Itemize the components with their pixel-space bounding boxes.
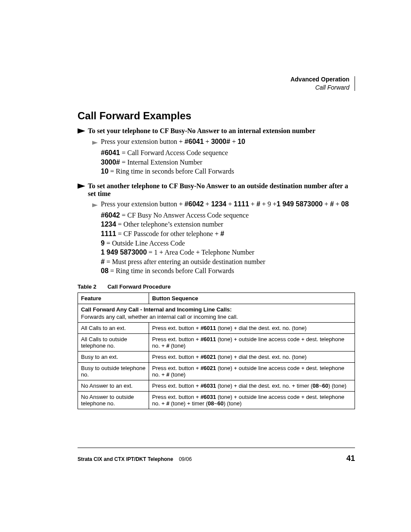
table-row: No Answer to outside telephone no.Press … [78, 391, 355, 409]
def-text: = Ring time in seconds before Call Forwa… [109, 168, 234, 175]
feature-cell: Busy to an ext. [78, 351, 149, 362]
code-token: # [330, 200, 334, 208]
footer-date: 09/06 [179, 456, 192, 462]
def-text: = CF Busy No Answer Access Code sequence [120, 212, 249, 219]
table-row: No Answer to an ext.Press ext. button + … [78, 380, 355, 391]
sequence-cell: Press ext. button + #6011 (tone) + dial … [149, 322, 355, 333]
svg-marker-1 [92, 141, 98, 145]
code-token: 1 949 5873000 [277, 200, 323, 208]
procedure-2-defs: #6042 = CF Busy No Answer Access Code se… [101, 211, 355, 276]
sequence-cell: Press ext. button + #6021 (tone) + outsi… [149, 362, 355, 380]
running-head: Advanced Operation Call Forward [290, 75, 355, 92]
plain-token: 9 [268, 200, 271, 208]
code-token: #6041 [101, 149, 120, 156]
code-token: 9 [101, 240, 105, 247]
procedure-1-heading: To set your telephone to CF Busy-No Answ… [88, 127, 315, 135]
code-token: # [221, 230, 224, 237]
header-divider [355, 76, 355, 91]
sequence-cell: Press ext. button + #6031 (tone) + outsi… [149, 391, 355, 409]
table-row: All Calls to outside telephone no.Press … [78, 333, 355, 351]
code-token: 1111 [234, 200, 249, 208]
code-token: #6041 [184, 138, 204, 145]
section-title-small: Call Forward [315, 84, 349, 91]
def-text: = Must press after entering an outside d… [105, 258, 265, 265]
feature-cell: All Calls to outside telephone no. [78, 333, 149, 351]
code-token: # [101, 258, 105, 265]
feature-cell: No Answer to an ext. [78, 380, 149, 391]
procedure-2: To set another telephone to CF Busy-No A… [78, 182, 355, 276]
table-header-sequence: Button Sequence [149, 292, 355, 304]
table-header-feature: Feature [78, 292, 149, 304]
svg-marker-3 [92, 203, 98, 207]
procedure-1-defs: #6041 = Call Forward Access Code sequenc… [101, 148, 355, 176]
code-token: #6042 [184, 200, 204, 208]
feature-cell: All Calls to an ext. [78, 322, 149, 333]
code-token: 10 [101, 168, 109, 175]
code-token: 1234 [211, 200, 227, 208]
svg-marker-2 [78, 184, 85, 189]
page-footer: Strata CIX and CTX IPT/DKT Telephone 09/… [78, 448, 355, 463]
step-prefix: Press your extension button [101, 200, 177, 208]
procedure-table: Feature Button Sequence Call Forward Any… [78, 292, 355, 409]
procedure-2-heading: To set another telephone to CF Busy-No A… [88, 182, 355, 198]
code-token: #6042 [101, 212, 120, 219]
procedure-2-step: Press your extension button + #6042 + 12… [101, 200, 349, 208]
code-token: # [256, 200, 260, 208]
sequence-cell: Press ext. button + #6031 (tone) + dial … [149, 380, 355, 391]
chapter-title: Advanced Operation [290, 76, 349, 83]
feature-cell: Busy to outside telephone no. [78, 362, 149, 380]
def-text: = Ring time in seconds before Call Forwa… [109, 267, 234, 274]
table-row: Busy to outside telephone no.Press ext. … [78, 362, 355, 380]
code-token: 3000# [101, 159, 120, 166]
triangle-icon [92, 200, 101, 209]
code-token: 10 [237, 138, 245, 145]
footer-product: Strata CIX and CTX IPT/DKT Telephone [78, 456, 173, 462]
code-token: 1111 [101, 230, 116, 237]
def-text: = Call Forward Access Code sequence [120, 149, 228, 156]
sequence-cell: Press ext. button + #6011 (tone) + outsi… [149, 333, 355, 351]
page-number: 41 [346, 454, 355, 463]
table-title: Call Forward Procedure [107, 283, 171, 290]
sequence-cell: Press ext. button + #6021 (tone) + dial … [149, 351, 355, 362]
triangle-icon [78, 182, 88, 190]
table-caption: Table 2 Call Forward Procedure [78, 283, 355, 290]
table-group-header: Call Forward Any Call - Internal and Inc… [78, 304, 355, 322]
procedure-1: To set your telephone to CF Busy-No Answ… [78, 127, 355, 176]
code-token: 3000# [211, 138, 230, 145]
def-text: = 1 + Area Code + Telephone Number [147, 249, 255, 256]
group-desc: Forwards any call, whether an internal c… [81, 314, 238, 320]
feature-cell: No Answer to outside telephone no. [78, 391, 149, 409]
code-token: 1234 [101, 221, 116, 228]
table-row: Busy to an ext.Press ext. button + #6021… [78, 351, 355, 362]
def-text: = Other telephone’s extension number [116, 221, 224, 228]
svg-marker-0 [78, 128, 85, 134]
page-title: Call Forward Examples [78, 110, 355, 122]
table-number: Table 2 [78, 283, 97, 290]
code-token: 1 949 5873000 [101, 249, 147, 256]
triangle-icon [78, 127, 88, 135]
step-prefix: Press your extension button [101, 138, 177, 145]
code-token: 08 [341, 200, 349, 208]
def-text: = Internal Extension Number [120, 159, 202, 166]
triangle-icon [92, 138, 101, 146]
table-row: All Calls to an ext.Press ext. button + … [78, 322, 355, 333]
def-text: = CF Passcode for other telephone + [116, 230, 221, 237]
group-title: Call Forward Any Call - Internal and Inc… [81, 306, 352, 313]
code-token: 08 [101, 267, 109, 274]
def-text: = Outside Line Access Code [105, 240, 185, 247]
page: Advanced Operation Call Forward Call For… [0, 0, 411, 532]
procedure-1-step: Press your extension button + #6041 + 30… [101, 138, 245, 146]
